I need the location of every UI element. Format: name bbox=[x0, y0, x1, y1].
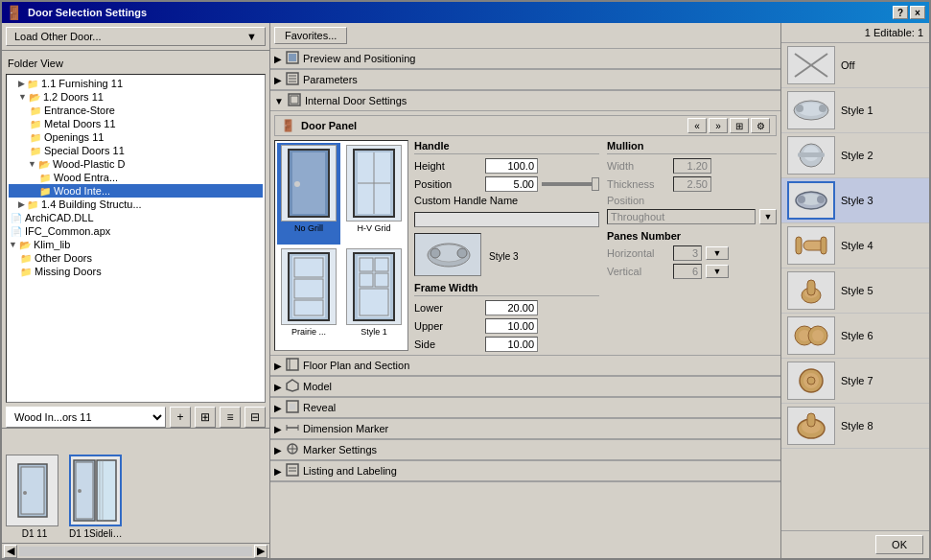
favorites-button[interactable]: Favorites... bbox=[274, 27, 347, 44]
nav-grid-button[interactable]: ⊞ bbox=[730, 118, 749, 133]
section-header-floor[interactable]: ▶ Floor Plan and Section bbox=[270, 356, 780, 376]
mullion-position-label: Position bbox=[607, 195, 669, 206]
style-thumb bbox=[787, 271, 835, 310]
tree-item[interactable]: 📄 IFC_Common.apx bbox=[9, 224, 263, 238]
add-icon-button[interactable]: + bbox=[170, 407, 191, 428]
handle-position-row: Position bbox=[414, 176, 599, 192]
handle-frame-row: Handle Height Position bbox=[414, 140, 777, 355]
throughout-dropdown-button[interactable]: ▼ bbox=[759, 209, 777, 224]
internal-icon bbox=[288, 93, 301, 106]
preview-item-d1[interactable]: D1 11 bbox=[6, 455, 63, 539]
help-button[interactable]: ? bbox=[893, 6, 908, 19]
tree-item-label: Klim_lib bbox=[34, 239, 71, 250]
library-selector[interactable]: Wood In...ors 11 bbox=[6, 407, 166, 428]
section-header-dimension[interactable]: ▶ Dimension Marker bbox=[270, 419, 780, 439]
position-input[interactable] bbox=[485, 176, 538, 192]
section-header-marker[interactable]: ▶ Marker Settings bbox=[270, 440, 780, 460]
style-thumb bbox=[787, 91, 835, 129]
load-other-door-button[interactable]: Load Other Door... ▼ bbox=[6, 27, 266, 46]
style-item-7[interactable]: Style 7 bbox=[781, 359, 929, 404]
ok-button[interactable]: OK bbox=[875, 535, 923, 554]
style-item-4[interactable]: Style 4 bbox=[781, 223, 929, 268]
style-item-5[interactable]: Style 5 bbox=[781, 268, 929, 314]
style-label: Style 5 bbox=[841, 285, 873, 296]
tree-item[interactable]: 📁 Openings 11 bbox=[9, 130, 263, 144]
tree-view[interactable]: ▶ 📁 1.1 Furnishing 11 ▼ 📂 1.2 Doors 11 📁… bbox=[6, 74, 266, 403]
style5-thumb-svg bbox=[790, 274, 832, 307]
upper-label: Upper bbox=[414, 320, 481, 332]
door-thumb-prairie[interactable]: Prairie ... bbox=[277, 246, 340, 348]
accordion-model: ▶ Model bbox=[270, 377, 780, 398]
horizontal-scrollbar[interactable]: ◀ ▶ bbox=[2, 543, 269, 558]
grid-icon-button[interactable]: ⊞ bbox=[195, 407, 216, 428]
style-item-1[interactable]: Style 1 bbox=[781, 88, 929, 133]
door-thumb-grid[interactable]: No Grill bbox=[274, 140, 408, 351]
vertical-label: Vertical bbox=[607, 266, 669, 277]
door-thumb-no-grill[interactable]: No Grill bbox=[277, 143, 340, 245]
lower-input[interactable] bbox=[485, 300, 538, 315]
position-label: Position bbox=[414, 178, 481, 190]
preview-item-sidelight[interactable]: D1 1Sidelight ... bbox=[69, 455, 127, 539]
nav-next-button[interactable]: » bbox=[709, 118, 728, 133]
style-item-8[interactable]: Style 8 bbox=[781, 404, 929, 449]
tree-item[interactable]: ▼ 📂 1.2 Doors 11 bbox=[9, 90, 263, 104]
preview-item-label: D1 11 bbox=[6, 528, 63, 539]
tree-item[interactable]: 📁 Other Doors bbox=[9, 251, 263, 265]
mullion-width-input bbox=[673, 158, 711, 174]
tree-item-selected[interactable]: 📁 Wood Inte... bbox=[9, 184, 263, 198]
height-input[interactable] bbox=[485, 158, 538, 174]
tree-item[interactable]: ▼ 📂 Wood-Plastic D bbox=[9, 157, 263, 171]
door-option-label: H-V Grid bbox=[344, 223, 404, 233]
nav-settings-button[interactable]: ⚙ bbox=[751, 118, 770, 133]
section-header-parameters[interactable]: ▶ Parameters bbox=[270, 70, 780, 90]
close-button[interactable]: × bbox=[910, 6, 925, 19]
style-label: Style 7 bbox=[841, 375, 873, 386]
tree-item[interactable]: 📁 Entrance-Store bbox=[9, 104, 263, 117]
slider-thumb[interactable] bbox=[592, 177, 599, 191]
style-item-2[interactable]: Style 2 bbox=[781, 133, 929, 178]
style-item-3[interactable]: Style 3 bbox=[781, 178, 929, 223]
tree-item[interactable]: 📁 Special Doors 11 bbox=[9, 144, 263, 157]
section-icon bbox=[286, 358, 299, 373]
section-icon bbox=[288, 93, 301, 108]
style-list[interactable]: Off Style 1 bbox=[781, 43, 929, 530]
svg-point-58 bbox=[796, 105, 803, 112]
tree-item[interactable]: 📁 Missing Doors bbox=[9, 265, 263, 278]
accordion-internal: ▼ Internal Door Settings 🚪 Door Panel « … bbox=[270, 91, 780, 356]
section-header-preview[interactable]: ▶ Preview and Positioning bbox=[270, 49, 780, 69]
upper-input[interactable] bbox=[485, 318, 538, 334]
horizontal-dropdown-button[interactable]: ▼ bbox=[706, 246, 729, 260]
scroll-left-button[interactable]: ◀ bbox=[4, 545, 17, 558]
vertical-dropdown-button[interactable]: ▼ bbox=[706, 265, 729, 278]
tree-item[interactable]: ▼ 📂 Klim_lib bbox=[9, 238, 263, 251]
section-header-model[interactable]: ▶ Model bbox=[270, 377, 780, 397]
style-item-off[interactable]: Off bbox=[781, 43, 929, 88]
tree-item[interactable]: 📁 Wood Entra... bbox=[9, 171, 263, 184]
side-input[interactable] bbox=[485, 337, 538, 352]
prairie-svg bbox=[285, 251, 333, 323]
nav-prev-button[interactable]: « bbox=[687, 118, 707, 133]
door-thumb-hv-grid[interactable]: H-V Grid bbox=[342, 143, 406, 245]
door-option-label: No Grill bbox=[279, 223, 338, 233]
tree-item[interactable]: 📁 Metal Doors 11 bbox=[9, 117, 263, 130]
mullion-thickness-row: Thickness bbox=[607, 176, 777, 192]
section-header-internal[interactable]: ▼ Internal Door Settings bbox=[270, 91, 780, 111]
folder-icon: 📁 bbox=[30, 119, 41, 129]
list-icon-button[interactable]: ≡ bbox=[220, 407, 241, 428]
right-top-label: 1 Editable: 1 bbox=[781, 23, 929, 43]
slider-track[interactable] bbox=[542, 182, 599, 186]
section-header-reveal[interactable]: ▶ Reveal bbox=[270, 398, 780, 418]
svg-point-59 bbox=[819, 105, 826, 112]
scroll-right-button[interactable]: ▶ bbox=[254, 545, 268, 558]
style-item-6[interactable]: Style 6 bbox=[781, 314, 929, 359]
tree-item[interactable]: ▶ 📁 1.4 Building Structu... bbox=[9, 198, 263, 211]
folder-icon: 📂 bbox=[38, 159, 50, 170]
tree-item[interactable]: ▶ 📁 1.1 Furnishing 11 bbox=[9, 77, 263, 90]
door-thumb-style1[interactable]: Style 1 bbox=[342, 246, 406, 348]
tree-item[interactable]: 📄 ArchiCAD.DLL bbox=[9, 211, 263, 224]
detail-icon-button[interactable]: ⊟ bbox=[244, 407, 266, 428]
style3-label-area: Style 3 bbox=[489, 248, 519, 262]
section-header-listing[interactable]: ▶ Listing and Labeling bbox=[270, 461, 780, 481]
custom-handle-input[interactable] bbox=[414, 212, 599, 227]
params-icon bbox=[286, 72, 299, 85]
